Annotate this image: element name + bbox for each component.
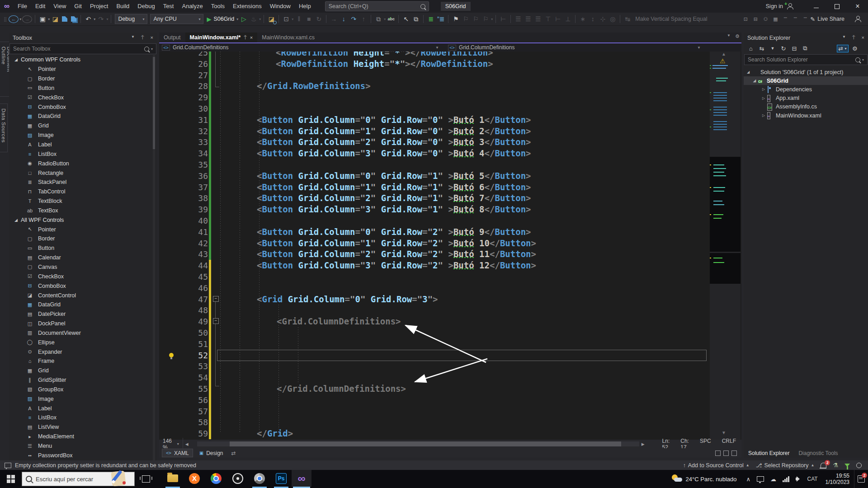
toolbox-item-textbox[interactable]: abTextBox: [9, 206, 154, 216]
menu-build[interactable]: Build: [112, 0, 133, 13]
network-icon[interactable]: [783, 476, 789, 482]
xampp-icon[interactable]: X: [184, 470, 204, 487]
toolbox-item-passwordbox[interactable]: ••PasswordBox: [9, 450, 154, 460]
code-area[interactable]: 25<RowDefinition Height="*"></RowDefinit…: [159, 52, 708, 440]
navigate-forward-icon[interactable]: →: [22, 15, 32, 23]
beaker-icon[interactable]: ⚗: [833, 462, 838, 469]
share-person-icon[interactable]: [854, 16, 862, 22]
refresh-icon[interactable]: ↻: [779, 45, 788, 52]
menu-git[interactable]: Git: [70, 0, 86, 13]
window-position-icon[interactable]: ▼: [842, 35, 846, 41]
toolbox-search-input[interactable]: Search Toolbox ▾: [9, 43, 156, 54]
align-middles-icon[interactable]: ⊢: [553, 14, 562, 24]
feedback-icon[interactable]: [856, 463, 862, 468]
notifications-bell-button[interactable]: 2: [821, 463, 826, 468]
toolbox-item-pointer[interactable]: ↖Pointer: [9, 65, 154, 74]
scroll-down-icon[interactable]: ▼: [722, 430, 726, 435]
chevron-down-icon[interactable]: ▾: [48, 17, 50, 21]
menu-help[interactable]: Help: [295, 0, 315, 13]
toolbox-item-combobox[interactable]: ⊟ComboBox: [9, 102, 154, 112]
toolbox-item-documentviewer[interactable]: ▥DocumentViewer: [9, 328, 154, 338]
pin-icon[interactable]: ⍑: [141, 35, 144, 41]
new-project-icon[interactable]: ▣: [38, 14, 47, 24]
toolbox-item-menu[interactable]: ☰Menu: [9, 441, 154, 451]
close-icon[interactable]: ×: [250, 35, 253, 40]
undo-icon[interactable]: ↶: [84, 14, 93, 24]
start-debugging-button[interactable]: ▶S06Grid: [207, 16, 234, 23]
toolbox-group-all[interactable]: ◢All WPF Controls: [9, 215, 154, 225]
menu-file[interactable]: File: [14, 0, 31, 13]
scroll-right-icon[interactable]: ▶: [639, 442, 647, 446]
toolbox-item-datepicker[interactable]: ▤DatePicker: [9, 310, 154, 319]
next-bookmark-icon[interactable]: ⚐: [471, 14, 480, 24]
stop-debugging-icon[interactable]: ■: [304, 14, 313, 24]
pin-icon[interactable]: ⍑: [852, 35, 855, 41]
menu-extensions[interactable]: Extensions: [229, 0, 266, 13]
clear-bookmarks-icon[interactable]: ⚐: [481, 14, 490, 24]
menu-window[interactable]: Window: [266, 0, 295, 13]
chevron-down-icon[interactable]: ▾: [259, 17, 261, 21]
toolbox-scrollbar[interactable]: [153, 55, 155, 460]
menu-analyze[interactable]: Analyze: [178, 0, 207, 13]
quotes-2-icon[interactable]: ““: [791, 14, 800, 24]
step-out-icon[interactable]: ↑: [359, 14, 368, 24]
toolbox-item-gridsplitter[interactable]: ∥GridSplitter: [9, 375, 154, 385]
make-horizontal-spacing-equal-icon[interactable]: ↹: [623, 14, 632, 24]
align-centers-icon[interactable]: ☰: [524, 14, 533, 24]
toolbox-item-listbox[interactable]: ≡ListBox: [9, 413, 154, 422]
file-explorer-icon[interactable]: [163, 470, 183, 487]
sync-with-active-document-icon[interactable]: ⇄▼: [837, 45, 849, 52]
toolbox-item-grid[interactable]: ▦Grid: [9, 366, 154, 375]
solution-configurations-combo[interactable]: Debug▾: [115, 14, 147, 24]
menu-test[interactable]: Test: [159, 0, 178, 13]
performance-profiler-icon[interactable]: ♨: [249, 14, 258, 24]
toolbox-item-label[interactable]: ALabel: [9, 404, 154, 413]
code-editor[interactable]: 25<RowDefinition Height="*"></RowDefinit…: [159, 52, 741, 440]
previous-bookmark-icon[interactable]: ⚐: [461, 14, 470, 24]
toolbar-grip[interactable]: ⣿: [4, 17, 6, 22]
volume-icon[interactable]: [796, 476, 801, 482]
tab-diagnostic-tools[interactable]: Diagnostic Tools: [794, 450, 842, 456]
save-icon[interactable]: [62, 16, 67, 22]
toolbox-item-frame[interactable]: ⌂Frame: [9, 357, 154, 366]
display-icon[interactable]: [757, 476, 764, 482]
properties-icon[interactable]: ⚙: [850, 45, 859, 52]
float-window-icon[interactable]: ⊡: [741, 14, 750, 24]
hidden-icons-chevron[interactable]: ∧: [746, 476, 750, 483]
toolbox-item-button[interactable]: ▭Button: [9, 84, 154, 93]
scroll-up-icon[interactable]: ▲: [722, 52, 726, 56]
chevron-down-icon[interactable]: ▾: [292, 17, 293, 21]
clock[interactable]: 19:55 1/10/2023: [826, 473, 849, 485]
toolbox-item-listview[interactable]: ▤ListView: [9, 422, 154, 432]
tab-design[interactable]: ▣ Design: [196, 449, 227, 457]
process-selector-icon[interactable]: ⧉: [374, 14, 383, 24]
tree-item-solution-s06grid-1-of-1-project-[interactable]: ◢Solution 'S06Grid' (1 of 1 project): [744, 68, 868, 76]
toolbox-item-groupbox[interactable]: ▧GroupBox: [9, 385, 154, 394]
start-without-debugging-icon[interactable]: ▷: [239, 14, 248, 24]
tree-item-app-xaml[interactable]: ▷‹›App.xaml: [744, 94, 868, 103]
window-position-icon[interactable]: ▼: [131, 35, 135, 41]
horizontal-split-icon[interactable]: [723, 450, 729, 456]
quotes-3-icon[interactable]: ““: [801, 14, 810, 24]
collapse-pane-icon[interactable]: [731, 450, 737, 456]
home-icon[interactable]: ⌂: [746, 45, 755, 52]
start-button[interactable]: [0, 470, 22, 488]
toolbox-item-border[interactable]: ▢Border: [9, 74, 154, 84]
toolbox-item-rectangle[interactable]: □Rectangle: [9, 168, 154, 178]
menu-edit[interactable]: Edit: [31, 0, 49, 13]
photoshop-icon[interactable]: Ps: [271, 470, 291, 487]
swap-panes-icon[interactable]: ⇄: [231, 450, 236, 456]
horizontal-scrollbar[interactable]: [197, 441, 639, 446]
spell-check-icon[interactable]: abc: [387, 14, 396, 24]
toolbox-item-pointer[interactable]: ↖Pointer: [9, 225, 154, 234]
tree-item-mainwindow-xaml[interactable]: ▷‹›MainWindow.xaml: [744, 111, 868, 120]
size-to-grid-icon[interactable]: ⊹: [598, 14, 607, 24]
align-rights-icon[interactable]: ☰: [533, 14, 542, 24]
onedrive-cloud-icon[interactable]: ☁: [770, 476, 776, 483]
task-view-button[interactable]: [142, 475, 150, 483]
same-size-icon[interactable]: ∗: [578, 14, 587, 24]
restore-button[interactable]: [826, 0, 847, 13]
toolbox-item-grid[interactable]: ▦Grid: [9, 121, 154, 131]
pin-position-icon[interactable]: ⊢: [499, 14, 508, 24]
menu-project[interactable]: Project: [86, 0, 112, 13]
